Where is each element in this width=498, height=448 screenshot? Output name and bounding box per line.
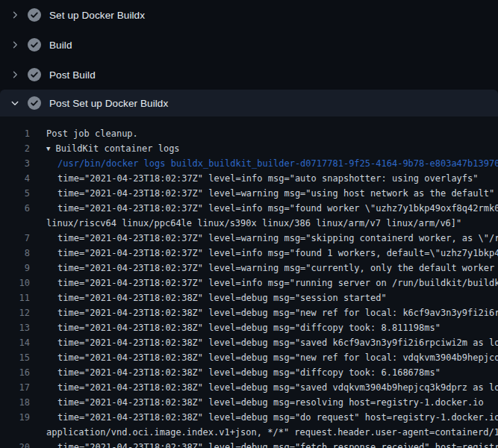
check-circle-icon	[28, 68, 41, 81]
log-line-number[interactable]: 8	[0, 246, 30, 261]
check-circle-icon	[28, 8, 41, 22]
log-line-text: time="2021-04-23T18:02:38Z" level=debug …	[57, 365, 441, 380]
log-line-number[interactable]: 13	[0, 320, 30, 335]
group-expand-icon[interactable]: ▼	[46, 141, 50, 156]
log-line: 14 time="2021-04-23T18:02:38Z" level=deb…	[0, 335, 498, 350]
log-line-number[interactable]: 7	[0, 231, 30, 246]
log-area: 1 Post job cleanup. 2 ▼ BuildKit contain…	[0, 116, 498, 448]
log-line-text: time="2021-04-23T18:02:38Z" level=debug …	[57, 305, 498, 320]
log-line: 9 time="2021-04-23T18:02:37Z" level=warn…	[0, 261, 498, 276]
step-row[interactable]: Set up Docker Buildx	[0, 0, 498, 30]
log-line: 19 time="2021-04-23T18:02:38Z" level=deb…	[0, 410, 498, 425]
log-line-number[interactable]: 1	[0, 126, 30, 141]
log-line-number[interactable]: 20	[0, 440, 30, 448]
step-label: Post Set up Docker Buildx	[49, 98, 168, 109]
log-line-text: time="2021-04-23T18:02:37Z" level=warnin…	[57, 261, 498, 276]
step-row[interactable]: Post Set up Docker Buildx	[0, 90, 498, 116]
chevron-right-icon	[10, 40, 19, 49]
log-line: 7 time="2021-04-23T18:02:37Z" level=warn…	[0, 231, 498, 246]
log-line-number[interactable]: 9	[0, 261, 30, 276]
log-line-text: application/vnd.oci.image.index.v1+json,…	[46, 425, 498, 440]
log-line: 8 time="2021-04-23T18:02:37Z" level=info…	[0, 246, 498, 261]
log-line: 18 time="2021-04-23T18:02:38Z" level=deb…	[0, 395, 498, 410]
log-line-number[interactable]: 12	[0, 305, 30, 320]
log-line-text: /usr/bin/docker logs buildx_buildkit_bui…	[57, 156, 498, 171]
log-line-number[interactable]: 15	[0, 350, 30, 365]
log-line-text: time="2021-04-23T18:02:38Z" level=debug …	[57, 380, 498, 395]
log-line-number[interactable]: 4	[0, 171, 30, 186]
log-line-text: time="2021-04-23T18:02:38Z" level=debug …	[57, 290, 387, 305]
log-line-number[interactable]: 10	[0, 276, 30, 290]
log-line-number[interactable]: 19	[0, 410, 30, 425]
check-circle-icon	[28, 96, 41, 110]
log-line: 2 ▼ BuildKit container logs	[0, 141, 498, 156]
log-line-number[interactable]: 14	[0, 335, 30, 350]
check-circle-icon	[28, 38, 41, 52]
log-line: 4 time="2021-04-23T18:02:37Z" level=info…	[0, 171, 498, 186]
workflow-log-viewer: Set up Docker Buildx Build Post Build Po…	[0, 0, 498, 448]
log-line-text: time="2021-04-23T18:02:37Z" level=info m…	[57, 246, 498, 261]
step-row[interactable]: Post Build	[0, 60, 498, 90]
log-line: 13 time="2021-04-23T18:02:38Z" level=deb…	[0, 320, 498, 335]
log-line: 15 time="2021-04-23T18:02:38Z" level=deb…	[0, 350, 498, 365]
log-line-number[interactable]: 2	[0, 141, 30, 156]
chevron-down-icon	[10, 99, 19, 108]
log-line: 3 /usr/bin/docker logs buildx_buildkit_b…	[0, 156, 498, 171]
log-line-text: time="2021-04-23T18:02:37Z" level=info m…	[57, 276, 498, 290]
log-line: 20 time="2021-04-23T18:02:38Z" level=deb…	[0, 440, 498, 448]
chevron-right-icon	[10, 10, 19, 19]
log-line-number[interactable]: 16	[0, 365, 30, 380]
log-line-text: linux/riscv64 linux/ppc64le linux/s390x …	[46, 216, 461, 231]
log-line-number[interactable]: 5	[0, 186, 30, 201]
step-list: Set up Docker Buildx Build Post Build Po…	[0, 0, 498, 116]
log-line-text: time="2021-04-23T18:02:37Z" level=info m…	[57, 171, 479, 186]
log-line-text: time="2021-04-23T18:02:38Z" level=debug …	[57, 335, 498, 350]
chevron-right-icon	[10, 70, 19, 79]
log-line-number[interactable]: 11	[0, 290, 30, 305]
step-row[interactable]: Build	[0, 30, 498, 60]
log-line-text: time="2021-04-23T18:02:37Z" level=warnin…	[57, 186, 494, 201]
log-line-text: time="2021-04-23T18:02:38Z" level=debug …	[57, 320, 441, 335]
log-line-number[interactable]: 6	[0, 201, 30, 216]
log-line-number[interactable]: 18	[0, 395, 30, 410]
log-line: 1 Post job cleanup.	[0, 126, 498, 141]
step-label: Set up Docker Buildx	[49, 10, 145, 21]
log-line-text: time="2021-04-23T18:02:37Z" level=info m…	[57, 201, 498, 216]
log-line: 6 time="2021-04-23T18:02:37Z" level=info…	[0, 201, 498, 216]
log-line-number[interactable]: 17	[0, 380, 30, 395]
log-line: 17 time="2021-04-23T18:02:38Z" level=deb…	[0, 380, 498, 395]
step-label: Post Build	[49, 69, 96, 81]
log-line-text: time="2021-04-23T18:02:38Z" level=debug …	[57, 350, 498, 365]
log-line: 12 time="2021-04-23T18:02:38Z" level=deb…	[0, 305, 498, 320]
log-line: application/vnd.oci.image.index.v1+json,…	[0, 425, 498, 440]
log-line-text: BuildKit container logs	[55, 141, 179, 156]
log-line: 11 time="2021-04-23T18:02:38Z" level=deb…	[0, 290, 498, 305]
log-line: 10 time="2021-04-23T18:02:37Z" level=inf…	[0, 276, 498, 290]
log-line-text: Post job cleanup.	[46, 126, 138, 141]
step-label: Build	[49, 40, 72, 51]
log-line: 16 time="2021-04-23T18:02:38Z" level=deb…	[0, 365, 498, 380]
log-line-text: time="2021-04-23T18:02:38Z" level=debug …	[57, 395, 484, 410]
log-line-text: time="2021-04-23T18:02:37Z" level=warnin…	[57, 231, 498, 246]
log-line-text: time="2021-04-23T18:02:38Z" level=debug …	[57, 440, 498, 448]
log-line: 5 time="2021-04-23T18:02:37Z" level=warn…	[0, 186, 498, 201]
log-line: linux/riscv64 linux/ppc64le linux/s390x …	[0, 216, 498, 231]
log-line-text: time="2021-04-23T18:02:38Z" level=debug …	[57, 410, 498, 425]
log-line-number[interactable]: 3	[0, 156, 30, 171]
